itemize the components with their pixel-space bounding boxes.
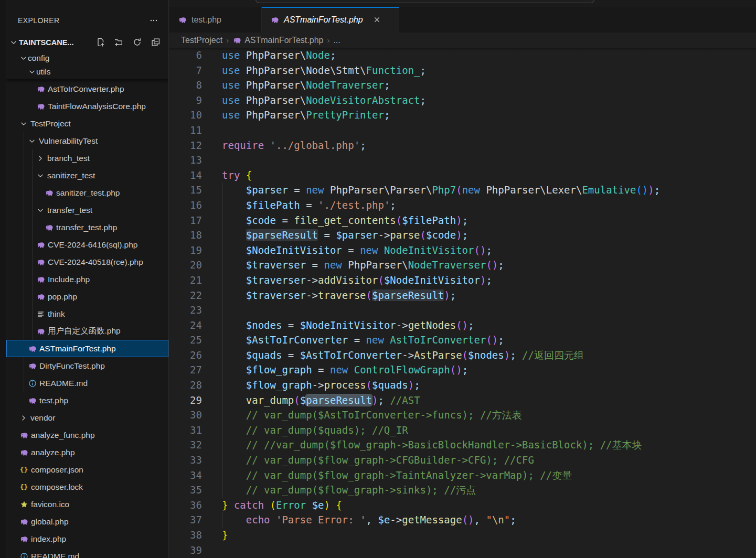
tree-file-item[interactable]: AstToIrConverter.php	[6, 80, 168, 98]
tree-folder-item[interactable]: branch_test	[6, 149, 168, 167]
tree-file-item[interactable]: sanitizer_test.php	[6, 184, 168, 201]
breadcrumb-item[interactable]: TestProject	[181, 36, 222, 45]
command-center-edge[interactable]	[255, 0, 594, 3]
code-line-38[interactable]: 38}	[169, 528, 756, 543]
code-line-37[interactable]: 37 echo 'Parse Error: ', $e->getMessage(…	[169, 512, 756, 528]
code-line-7[interactable]: 7use PhpParser\Node\Stmt\Function_;	[169, 63, 756, 78]
php-icon	[37, 275, 45, 284]
info-icon	[19, 552, 28, 558]
code-line-19[interactable]: 19 $NodeInitVisitor = new NodeInitVisito…	[169, 243, 756, 258]
tree-file-item[interactable]: CVE-2024-40518(rce).php	[6, 253, 168, 271]
tree-file-item[interactable]: transfer_test.php	[6, 219, 168, 236]
file-label: sanitizer_test	[47, 171, 95, 180]
file-label: global.php	[31, 517, 69, 527]
code-line-36[interactable]: 36} catch (Error $e) {	[169, 498, 756, 513]
code-line-35[interactable]: 35 // var_dump($flow_graph->sinks); //污点	[169, 482, 756, 498]
code-line-20[interactable]: 20 $traverser = new PhpParser\NodeTraver…	[169, 257, 756, 273]
code-line-39[interactable]: 39	[169, 543, 756, 558]
tree-file-item[interactable]: think	[6, 305, 168, 323]
tree-file-item[interactable]: DirtyFuncTest.php	[6, 357, 168, 374]
tree-file-item[interactable]: TaintFlowAnalysisCore.php	[6, 98, 168, 115]
braces-icon: {}	[19, 465, 28, 474]
tree-file-item[interactable]: Include.php	[6, 271, 168, 288]
new-folder-icon[interactable]	[113, 37, 124, 48]
code-line-16[interactable]: 16 $filePath = './test.php';	[169, 198, 756, 213]
line-number: 13	[169, 153, 202, 168]
editor-tab-ASTmainForTest.php[interactable]: ASTmainForTest.php	[262, 7, 399, 33]
tree-file-item[interactable]: test.php	[6, 392, 168, 409]
code-line-10[interactable]: 10use PhpParser\PrettyPrinter;	[169, 108, 756, 123]
code-line-18[interactable]: 18 $parseResult = $parser->parse($code);	[169, 228, 756, 243]
star-icon	[20, 500, 28, 509]
code-line-28[interactable]: 28 $flow_graph->process($quads);	[169, 378, 756, 393]
tree-file-item[interactable]: analyze_func.php	[6, 426, 168, 444]
tree-folder-item[interactable]: vendor	[6, 409, 168, 426]
code-line-34[interactable]: 34 // var_dump($flow_graph->TaintAnalyze…	[169, 468, 756, 483]
file-label: DirtyFuncTest.php	[39, 361, 105, 371]
tree-sticky-item[interactable]: utils	[6, 65, 168, 79]
code-line-30[interactable]: 30 // var_dump($AstToIrConverter->funcs)…	[169, 407, 756, 423]
tree-file-item[interactable]: README.md	[6, 548, 168, 558]
tree-folder-item[interactable]: VulnerabilityTest	[6, 132, 168, 149]
code-line-25[interactable]: 25 $AstToIrConverter = new AstToIrConver…	[169, 332, 756, 348]
code-line-33[interactable]: 33 // var_dump($flow_graph->CFGBuilder->…	[169, 453, 756, 468]
tree-folder-item[interactable]: transfer_test	[6, 201, 168, 219]
code-line-22[interactable]: 22 $traverser->traverse($parseResult);	[169, 288, 756, 303]
code-line-6[interactable]: 6use PhpParser\Node;	[169, 48, 756, 63]
code-line-11[interactable]: 11	[169, 123, 756, 138]
code-line-29[interactable]: 29 var_dump($parseResult); //AST	[169, 393, 756, 408]
chevron-right-icon	[36, 154, 45, 163]
breadcrumb-item[interactable]: ASTmainForTest.php	[232, 36, 323, 45]
code-line-14[interactable]: 14try {	[169, 168, 756, 183]
tree-sticky-item[interactable]: config	[6, 51, 168, 65]
code-line-26[interactable]: 26 $quads = $AstToIrConverter->AstParse(…	[169, 348, 756, 363]
close-icon[interactable]	[373, 16, 381, 24]
php-icon	[20, 448, 28, 457]
code-line-15[interactable]: 15 $parser = new PhpParser\Parser\Php7(n…	[169, 183, 756, 198]
code-line-17[interactable]: 17 $code = file_get_contents($filePath);	[169, 213, 756, 228]
folder-label: utils	[36, 67, 51, 77]
file-label: index.php	[31, 534, 66, 544]
breadcrumb-item[interactable]: ...	[333, 36, 340, 45]
tree-file-item[interactable]: global.php	[6, 513, 168, 530]
file-label: think	[48, 309, 65, 319]
refresh-icon[interactable]	[131, 37, 143, 48]
editor-tab-test.php[interactable]: test.php	[169, 7, 262, 33]
code-line-21[interactable]: 21 $traverser->addVisitor($NodeInitVisit…	[169, 273, 756, 288]
chevron-down-icon[interactable]	[19, 54, 28, 62]
tree-file-item[interactable]: pop.php	[6, 288, 168, 305]
chevron-down-icon[interactable]	[9, 38, 18, 47]
tree-folder-item[interactable]: TestProject	[6, 115, 168, 132]
workspace-root-row[interactable]: TAINTSCANE...	[6, 34, 168, 51]
chevron-down-icon[interactable]	[28, 68, 36, 76]
code-line-24[interactable]: 24 $nodes = $NodeInitVisitor->getNodes()…	[169, 318, 756, 333]
code-editor[interactable]: 6use PhpParser\Node;7use PhpParser\Node\…	[169, 48, 756, 558]
line-number: 17	[169, 213, 202, 228]
code-line-9[interactable]: 9use PhpParser\NodeVisitorAbstract;	[169, 93, 756, 108]
code-line-8[interactable]: 8use PhpParser\NodeTraverser;	[169, 78, 756, 93]
file-label: AstToIrConverter.php	[48, 84, 124, 94]
tree-file-item[interactable]: {}composer.lock	[6, 478, 168, 496]
code-line-13[interactable]: 13	[169, 153, 756, 168]
php-icon	[45, 189, 54, 197]
code-line-31[interactable]: 31 // var_dump($quads); //Q_IR	[169, 423, 756, 438]
tree-file-item[interactable]: {}composer.json	[6, 461, 168, 478]
php-icon	[20, 431, 28, 439]
tree-file-item[interactable]: CVE-2024-6416(sql).php	[6, 236, 168, 253]
code-line-23[interactable]: 23	[169, 303, 756, 318]
tree-file-item[interactable]: index.php	[6, 530, 168, 548]
new-folder-icon	[114, 38, 123, 47]
tree-file-item[interactable]: README.md	[6, 374, 168, 392]
tree-file-item[interactable]: favicon.ico	[6, 496, 168, 513]
tree-file-item[interactable]: ASTmainForTest.php	[6, 340, 168, 357]
more-actions-icon[interactable]	[150, 16, 158, 25]
tree-file-item[interactable]: 用户自定义函数.php	[6, 323, 168, 340]
code-line-12[interactable]: 12require '../global.php';	[169, 138, 756, 153]
collapse-all-icon[interactable]	[150, 37, 161, 48]
close-icon	[373, 16, 381, 24]
new-file-icon[interactable]	[94, 37, 106, 48]
code-line-27[interactable]: 27 $flow_graph = new ControlFlowGraph();	[169, 362, 756, 378]
code-line-32[interactable]: 32 // //var_dump($flow_graph->BasicBlock…	[169, 437, 756, 453]
tree-file-item[interactable]: analyze.php	[6, 444, 168, 461]
tree-folder-item[interactable]: sanitizer_test	[6, 167, 168, 184]
